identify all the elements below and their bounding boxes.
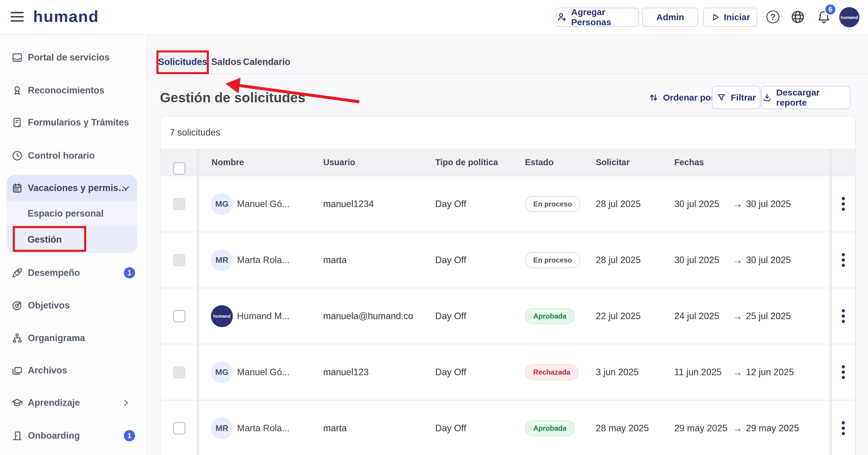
filter-label: Filtrar	[731, 92, 756, 103]
sidebar-item-desempeno[interactable]: Desempeño 1	[0, 261, 147, 285]
row-checkbox[interactable]	[173, 366, 185, 378]
date-from: 24 jul 2025	[674, 311, 730, 321]
start-button[interactable]: Iniciar	[703, 8, 757, 27]
sidebar-item-formularios[interactable]: Formularios y Trámites	[0, 111, 147, 134]
row-checkbox[interactable]	[173, 254, 185, 266]
cell-name: Manuel Gó...	[237, 199, 289, 209]
requests-card: 7 solicitudes Nombre Usuario Tipo de pol…	[160, 116, 856, 455]
cell-policy: Day Off	[435, 199, 466, 209]
row-menu-button[interactable]	[837, 307, 849, 326]
select-all-checkbox[interactable]	[173, 162, 185, 175]
column-header-nombre[interactable]: Nombre	[212, 149, 244, 176]
row-checkbox[interactable]	[173, 310, 185, 322]
admin-label: Admin	[656, 12, 684, 22]
row-menu-button[interactable]	[837, 363, 849, 382]
sidebar-item-label: Reconocimientos	[28, 85, 104, 96]
table-row: MR Marta Rola... marta Day Off En proces…	[161, 232, 856, 288]
row-menu-button[interactable]	[837, 195, 849, 214]
row-checkbox[interactable]	[173, 198, 185, 210]
hamburger-menu-icon[interactable]	[11, 12, 24, 23]
cell-dates: 24 jul 2025 → 25 jul 2025	[674, 311, 791, 321]
sort-by-button[interactable]: Ordenar por	[648, 87, 714, 108]
avatar: MR	[211, 417, 233, 439]
page-title: Gestión de solicitudes	[160, 90, 305, 106]
sidebar-item-aprendizaje[interactable]: Aprendizaje	[0, 391, 147, 415]
help-icon[interactable]: ?	[766, 9, 780, 24]
cell-dates: 30 jul 2025 → 30 jul 2025	[674, 255, 791, 265]
sidebar-item-control-horario[interactable]: Control horario	[0, 144, 147, 168]
sidebar-item-portal-de-servicios[interactable]: Portal de servicios	[0, 46, 147, 69]
date-from: 29 may 2025	[674, 423, 730, 434]
sidebar-item-espacio-personal[interactable]: Espacio personal	[6, 201, 137, 226]
cell-policy: Day Off	[435, 367, 466, 377]
sidebar-item-label: Formularios y Trámites	[28, 117, 129, 128]
cell-user: marta	[323, 255, 347, 265]
globe-icon[interactable]	[790, 9, 805, 24]
column-header-politica[interactable]: Tipo de política	[435, 149, 498, 176]
calendar-icon	[11, 182, 23, 194]
sidebar-item-gestion[interactable]: Gestión	[6, 226, 137, 253]
sidebar-item-onboarding[interactable]: Onboarding 1	[0, 424, 147, 448]
start-label: Iniciar	[724, 12, 750, 22]
arrow-right-icon: →	[730, 367, 746, 377]
app-screen: humand Agregar Personas Admin Iniciar ?	[0, 0, 868, 455]
date-to: 12 jun 2025	[746, 367, 794, 377]
sidebar-item-objetivos[interactable]: Objetivos	[0, 294, 147, 317]
medal-icon	[11, 85, 23, 96]
table-row: MG Manuel Gó... manuel123 Day Off Rechaz…	[161, 344, 856, 400]
column-header-solicitar[interactable]: Solicitar	[596, 149, 629, 176]
cell-user: marta	[323, 423, 347, 434]
tab-calendario[interactable]: Calendario	[243, 53, 290, 70]
tab-saldos[interactable]: Saldos	[211, 53, 242, 70]
table-row: MG Manuel Gó... manuel1234 Day Off En pr…	[161, 176, 856, 232]
sidebar-item-reconocimientos[interactable]: Reconocimientos	[0, 79, 147, 102]
download-report-button[interactable]: Descargar reporte	[761, 86, 850, 109]
admin-button[interactable]: Admin	[642, 8, 698, 27]
sidebar-item-archivos[interactable]: Archivos	[0, 359, 147, 382]
avatar: MR	[211, 249, 233, 271]
sidebar-item-vacaciones[interactable]: Vacaciones y permis…	[6, 175, 137, 201]
chevron-right-icon	[121, 398, 131, 408]
column-header-usuario[interactable]: Usuario	[323, 149, 355, 176]
cell-requested: 28 may 2025	[596, 423, 649, 434]
rocket-icon	[11, 267, 23, 279]
sidebar-subitem-label: Gestión	[28, 234, 62, 245]
row-menu-button[interactable]	[837, 419, 849, 438]
column-header-estado[interactable]: Estado	[525, 149, 554, 176]
add-people-label: Agregar Personas	[571, 7, 639, 27]
table-header: Nombre Usuario Tipo de política Estado S…	[161, 149, 856, 176]
sidebar-item-label: Desempeño	[28, 267, 80, 278]
column-header-fechas[interactable]: Fechas	[674, 149, 704, 176]
add-people-button[interactable]: Agregar Personas	[556, 8, 639, 27]
row-menu-button[interactable]	[837, 251, 849, 269]
cell-user: manuel123	[323, 367, 369, 377]
arrow-right-icon: →	[730, 198, 746, 209]
form-check-icon	[11, 117, 23, 129]
play-icon	[710, 12, 720, 22]
status-badge: En proceso	[525, 252, 580, 268]
download-icon	[762, 92, 772, 103]
row-checkbox[interactable]	[173, 422, 185, 434]
date-from: 11 jun 2025	[674, 367, 730, 377]
person-add-icon	[556, 11, 568, 23]
table-row: humand Humand M... manuela@humand.co Day…	[161, 288, 856, 344]
avatar: MG	[211, 193, 233, 215]
sort-by-label: Ordenar por	[663, 92, 714, 103]
tabs-divider	[147, 74, 868, 74]
cell-user: manuel1234	[323, 199, 374, 209]
cell-policy: Day Off	[435, 255, 466, 265]
user-avatar[interactable]: humand	[839, 7, 860, 27]
requests-count: 7 solicitudes	[170, 116, 220, 149]
cell-requested: 28 jul 2025	[596, 199, 641, 209]
tab-solicitudes[interactable]: Solicitudes	[160, 53, 205, 70]
date-to: 30 jul 2025	[746, 199, 791, 209]
filter-button[interactable]: Filtrar	[712, 86, 761, 109]
arrow-right-icon: →	[730, 255, 746, 265]
cell-dates: 11 jun 2025 → 12 jun 2025	[674, 367, 794, 377]
sidebar-item-organigrama[interactable]: Organigrama	[0, 326, 147, 350]
sidebar-group-vacaciones: Vacaciones y permis… Espacio personal Ge…	[6, 175, 137, 253]
cell-requested: 3 jun 2025	[596, 367, 639, 377]
arrow-right-icon: →	[730, 423, 746, 434]
date-to: 30 jul 2025	[746, 255, 791, 265]
cell-policy: Day Off	[435, 423, 466, 434]
